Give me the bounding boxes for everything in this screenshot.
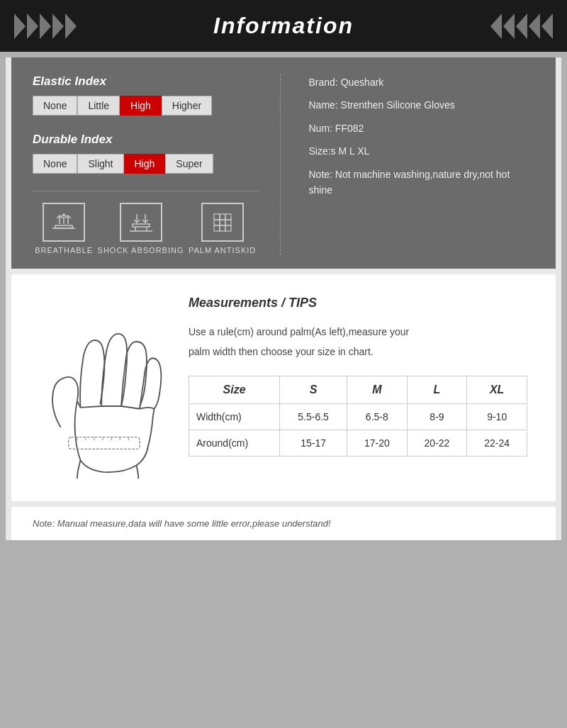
measurements-content: Measurements / TIPS Use a rule(cm) aroun… <box>189 296 527 480</box>
width-s: 5.5-6.5 <box>280 404 347 430</box>
s-header: S <box>280 376 347 404</box>
width-row: Width(cm) 5.5-6.5 6.5-8 8-9 9-10 <box>189 404 527 430</box>
durable-index-label: Durable Index <box>33 133 259 147</box>
svg-rect-15 <box>220 220 225 225</box>
width-l: 8-9 <box>407 404 467 430</box>
svg-rect-18 <box>220 225 225 231</box>
m-header: M <box>347 376 408 404</box>
chevron-left-1 <box>490 13 502 39</box>
palm-antiskid-icon <box>208 208 237 237</box>
elastic-high-btn[interactable]: High <box>120 96 162 116</box>
chevrons-left-decoration <box>14 13 78 39</box>
antiskid-icon-box <box>201 203 244 242</box>
chevron-left-5 <box>541 13 553 39</box>
breathable-icon <box>50 208 78 237</box>
svg-rect-13 <box>225 214 231 220</box>
durable-slight-btn[interactable]: Slight <box>77 154 123 174</box>
around-m: 17-20 <box>347 430 408 457</box>
elastic-none-btn[interactable]: None <box>33 96 77 116</box>
svg-rect-11 <box>214 214 220 220</box>
desc-line2: palm width then choose your size in char… <box>189 346 374 357</box>
svg-rect-14 <box>214 220 220 225</box>
size-header: Size <box>189 376 280 404</box>
svg-rect-16 <box>225 220 231 225</box>
brand-info: Brand: Queshark <box>309 74 535 90</box>
breathable-icon-box <box>43 203 85 242</box>
svg-rect-19 <box>225 225 231 231</box>
shock-icon-box <box>120 203 162 242</box>
chevron-right-2 <box>27 13 38 39</box>
width-xl: 9-10 <box>467 404 527 430</box>
info-right-panel: Brand: Queshark Name: Strenthen Silicone… <box>281 74 535 254</box>
bottom-note: Note: Manual measure,data will have some… <box>11 507 556 540</box>
name-info: Name: Strenthen Silicone Gloves <box>309 97 535 113</box>
feature-antiskid: PALM ANTISKID <box>189 203 256 254</box>
shock-label: SHOCK ABSORBING <box>98 246 184 254</box>
elastic-little-btn[interactable]: Little <box>77 96 120 116</box>
svg-rect-17 <box>214 225 220 231</box>
desc-line1: Use a rule(cm) around palm(As left),meas… <box>189 326 409 337</box>
svg-rect-7 <box>133 224 150 227</box>
glove-illustration <box>33 296 174 480</box>
measurements-section: Measurements / TIPS Use a rule(cm) aroun… <box>11 274 556 501</box>
chevron-right-4 <box>52 13 64 39</box>
chevron-right-1 <box>14 13 26 39</box>
elastic-index-buttons: None Little High Higher <box>33 96 259 116</box>
around-l: 20-22 <box>407 430 467 457</box>
feature-shock: SHOCK ABSORBING <box>98 203 184 254</box>
shock-absorbing-icon <box>127 208 155 237</box>
around-row: Around(cm) 15-17 17-20 20-22 22-24 <box>189 430 527 457</box>
around-label: Around(cm) <box>189 430 280 457</box>
chevron-left-4 <box>529 13 540 39</box>
size-info: Size:s M L XL <box>309 143 535 159</box>
header-section: Information <box>0 0 567 52</box>
chevrons-right-decoration <box>489 13 553 39</box>
page-title: Information <box>213 13 354 39</box>
xl-header: XL <box>467 376 527 404</box>
l-header: L <box>407 376 467 404</box>
width-m: 6.5-8 <box>347 404 408 430</box>
elastic-higher-btn[interactable]: Higher <box>162 96 212 116</box>
measurements-description: Use a rule(cm) around palm(As left),meas… <box>189 322 527 362</box>
around-s: 15-17 <box>280 430 347 457</box>
svg-rect-12 <box>220 214 225 220</box>
features-row: BREATHABLE <box>33 191 259 254</box>
chevron-left-2 <box>503 13 515 39</box>
measurements-title: Measurements / TIPS <box>189 296 527 310</box>
bottom-note-text: Note: Manual measure,data will have some… <box>33 518 331 529</box>
main-content: Elastic Index None Little High Higher Du… <box>6 57 561 540</box>
durable-none-btn[interactable]: None <box>33 154 77 174</box>
durable-super-btn[interactable]: Super <box>165 154 213 174</box>
breathable-label: BREATHABLE <box>35 246 93 254</box>
width-label: Width(cm) <box>189 404 280 430</box>
durable-high-btn[interactable]: High <box>124 154 166 174</box>
feature-breathable: BREATHABLE <box>35 203 93 254</box>
glove-svg <box>36 296 171 480</box>
svg-rect-20 <box>69 437 140 449</box>
chevron-right-5 <box>65 13 77 39</box>
chevron-left-3 <box>516 13 527 39</box>
size-table: Size S M L XL Width(cm) 5.5-6.5 6.5-8 8-… <box>189 376 527 457</box>
num-info: Num: FF082 <box>309 121 535 136</box>
chevron-right-3 <box>40 13 51 39</box>
durable-index-buttons: None Slight High Super <box>33 154 259 174</box>
note-info: Note: Not machine washing,nature dry,not… <box>309 167 535 198</box>
info-panel: Elastic Index None Little High Higher Du… <box>11 57 556 269</box>
elastic-index-label: Elastic Index <box>33 74 259 89</box>
antiskid-label: PALM ANTISKID <box>189 246 256 254</box>
around-xl: 22-24 <box>467 430 527 457</box>
info-left-panel: Elastic Index None Little High Higher Du… <box>33 74 281 254</box>
